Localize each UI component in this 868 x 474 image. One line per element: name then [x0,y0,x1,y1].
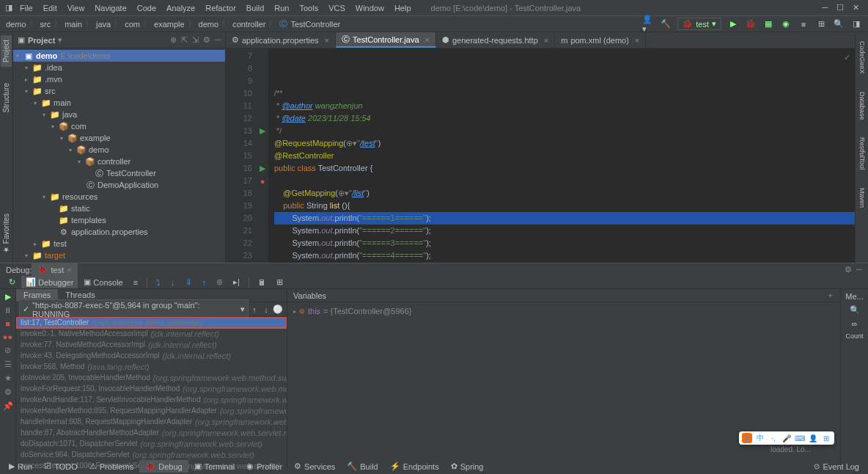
bottom-tab-debug[interactable]: 🐞Debug [139,460,188,473]
debug-icon[interactable]: 🐞 [745,18,757,30]
expand-icon[interactable]: ▸ [293,308,296,315]
hide-icon[interactable]: ─ [856,265,862,274]
chevron-down-icon[interactable]: ▾ [58,35,62,45]
editor-tab[interactable]: mpom.xml (demo)× [555,32,646,48]
tree-node[interactable]: ▾📁main [13,97,225,109]
project-tree[interactable]: ▾▣demoE:\code\demo▾📁.idea▸📁.mvn▾📁src▾📁ma… [13,48,225,263]
breadcrumb[interactable]: demo〉src〉main〉java〉com〉example〉demo〉cont… [6,18,340,29]
frame-item[interactable]: doInvoke:205, InvocableHandlerMethod(org… [16,372,287,383]
view-breakpoints-icon[interactable]: ●● [3,332,12,341]
menu-navigate[interactable]: Navigate [89,2,131,14]
select-opened-icon[interactable]: ⊕ [170,35,177,45]
ime-person-icon[interactable]: 👤 [808,433,818,443]
line-number-gutter[interactable]: 789101112131415161718192021222324 [226,48,257,263]
ime-toolbar[interactable]: S 中 ·, 🎤 ⌨ 👤 ⊞ [739,431,834,445]
tree-node[interactable]: ▾📁.idea [13,62,225,73]
ime-voice-icon[interactable]: 🎤 [781,433,792,443]
pin-icon[interactable]: 📌 [3,401,13,411]
menu-build[interactable]: Build [241,2,269,14]
menu-run[interactable]: Run [269,2,294,14]
frame-item[interactable]: invoke0:-1, NativeMethodAccessorImpl(jdk… [16,328,287,339]
frame-item[interactable]: doService:964, DispatcherServlet(org.spr… [16,449,287,460]
run-config-selector[interactable]: 🐞 test ▾ [677,18,721,30]
get-thread-dump-icon[interactable]: ☰ [4,360,12,369]
editor-tab[interactable]: ⚙application.properties× [226,32,336,48]
variables-body[interactable]: ▸ ⊜ this = {TestController@5966} loaded.… [287,302,840,471]
frame-item[interactable]: doDispatch:1071, DispatcherServlet(org.s… [16,438,287,449]
tree-node[interactable]: ⒸDemoApplication [13,179,225,191]
project-tab[interactable]: Project [1,35,12,67]
ime-keyboard-icon[interactable]: ⌨ [795,433,805,443]
tree-node[interactable]: ▸📁classes [13,261,225,263]
profile-icon[interactable]: ◉ [780,18,792,30]
drop-frame-icon[interactable]: ⊗ [212,276,227,288]
force-step-into-icon[interactable]: ⇓ [181,276,196,288]
minimize-icon[interactable]: ─ [822,3,828,12]
frame-item[interactable]: handleInternal:808, RequestMappingHandle… [16,416,287,427]
evaluate-icon[interactable]: 🖩 [254,277,271,288]
right-tab-database[interactable]: Database [857,87,867,125]
frame-item[interactable]: invokeForRequest:150, InvocableHandlerMe… [16,383,287,394]
tree-node[interactable]: ▾📦controller [13,156,225,167]
editor-tab[interactable]: ⒸTestController.java× [336,32,436,48]
step-over-icon[interactable]: ⤵ [152,277,165,288]
frames-list[interactable]: list:17, TestController(com.example.demo… [16,317,287,471]
user-icon[interactable]: 👤▾ [642,18,654,30]
favorites-icon[interactable]: ★ [4,373,12,383]
bottom-tab-terminal[interactable]: ▣Terminal [188,460,241,473]
ime-punct-icon[interactable]: ·, [768,433,779,443]
gear-icon[interactable]: ⚙ [845,265,852,274]
memory-search-icon[interactable]: 🔍 [850,305,860,315]
run-to-cursor-icon[interactable]: ▸| [229,276,244,288]
step-into-icon[interactable]: ↓ [166,277,180,288]
maximize-icon[interactable]: ☐ [836,3,844,12]
tree-node[interactable]: ▾📁java [13,109,225,120]
mute-breakpoints-icon[interactable]: ⊘ [4,346,11,355]
settings-icon[interactable]: ⚙ [4,387,12,397]
menu-refactor[interactable]: Refactor [200,2,241,14]
build-icon[interactable]: 🔨 [660,18,672,30]
infinity-icon[interactable]: ∞ [852,319,858,328]
next-frame-icon[interactable]: ↓ [260,304,272,316]
tree-node[interactable]: ▾📁resources [13,191,225,203]
hide-icon[interactable]: ─ [215,35,221,45]
bottom-tab-run[interactable]: ▶Run [3,460,38,473]
frame-item[interactable]: invoke:568, Method(java.lang.reflect) [16,361,287,372]
structure-tab[interactable]: Structure [1,79,12,117]
expand-all-icon[interactable]: ⇱ [181,35,188,45]
collapse-all-icon[interactable]: ⇲ [192,35,199,45]
coverage-icon[interactable]: ▦ [762,18,774,30]
pause-icon[interactable]: ⏸ [4,306,12,315]
step-out-icon[interactable]: ↑ [198,277,211,288]
menu-window[interactable]: Window [350,2,389,14]
tree-node[interactable]: 📁templates [13,214,225,226]
add-watch-icon[interactable]: ＋ [826,290,834,301]
menu-help[interactable]: Help [389,2,416,14]
tree-node[interactable]: ▾📦com [13,120,225,132]
frame-item[interactable]: invokeAndHandle:117, ServletInvocableHan… [16,394,287,405]
rerun-icon[interactable]: ↻ [4,276,20,288]
frame-item[interactable]: invoke:43, DelegatingMethodAccessorImpl(… [16,350,287,361]
bottom-tab-todo[interactable]: ☑TODO [38,460,84,473]
frame-item[interactable]: handle:87, AbstractHandlerMethodAdapter(… [16,427,287,438]
tree-node[interactable]: ▾📦example [13,132,225,144]
tree-node[interactable]: ▸📁test [13,238,225,249]
tree-root[interactable]: ▾▣demoE:\code\demo [13,50,225,62]
ime-logo-icon[interactable]: S [742,433,752,443]
tree-node[interactable]: ⚙application.properties [13,226,225,238]
debugger-tab[interactable]: 📊 Debugger [21,276,78,288]
right-tab-restfultool[interactable]: RestfulTool [857,133,867,175]
prev-frame-icon[interactable]: ↑ [249,304,260,316]
menu-file[interactable]: File [15,2,38,14]
tree-node[interactable]: ▾📦demo [13,144,225,156]
gear-icon[interactable]: ⚙ [203,35,210,45]
variable-row[interactable]: ▸ ⊜ this = {TestController@5966} [293,305,834,317]
menu-edit[interactable]: Edit [38,2,62,14]
bottom-tab-profiler[interactable]: ◉Profiler [240,460,288,473]
tree-node[interactable]: ⒸTestController [13,167,225,179]
tree-node[interactable]: ▾📁src [13,85,225,97]
tree-node[interactable]: 📁static [13,203,225,214]
trace-icon[interactable]: ⊞ [272,276,287,288]
debug-run-tab[interactable]: 🐞 test × [32,263,77,276]
console-tab[interactable]: ▣ Console [79,276,127,288]
